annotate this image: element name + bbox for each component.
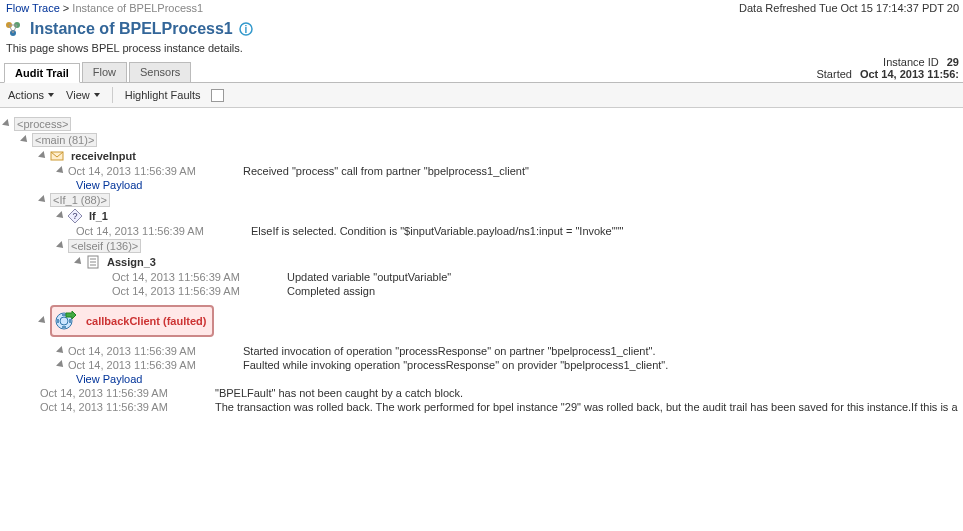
log-message: Completed assign — [287, 285, 375, 297]
toggle-icon[interactable] — [56, 360, 66, 370]
timestamp: Oct 14, 2013 11:56:39 AM — [76, 225, 251, 237]
node-elseif[interactable]: <elseif (136)> — [68, 239, 141, 253]
chevron-down-icon — [94, 93, 100, 97]
node-callback-client[interactable]: callbackClient (faulted) — [82, 315, 210, 327]
log-message: ElseIf is selected. Condition is "$input… — [251, 225, 623, 237]
svg-text:?: ? — [72, 211, 77, 221]
toggle-icon[interactable] — [38, 151, 48, 161]
actions-menu[interactable]: Actions — [8, 89, 54, 101]
tab-audit-trail[interactable]: Audit Trail — [4, 63, 80, 83]
started-label: Started — [816, 68, 851, 80]
node-if1[interactable]: If_1 — [86, 209, 111, 223]
toggle-icon[interactable] — [20, 135, 30, 145]
instance-id-label: Instance ID — [883, 56, 939, 68]
log-message: The transaction was rolled back. The wor… — [215, 401, 958, 413]
node-process[interactable]: <process> — [14, 117, 71, 131]
breadcrumb-current: Instance of BPELProcess1 — [72, 2, 203, 14]
timestamp: Oct 14, 2013 11:56:39 AM — [112, 285, 287, 297]
separator — [112, 87, 113, 103]
toggle-icon[interactable] — [56, 166, 66, 176]
faulted-container: callbackClient (faulted) — [50, 305, 214, 337]
meta-block: Instance ID29 StartedOct 14, 2013 11:56: — [816, 56, 959, 80]
highlight-faults-control[interactable]: Highlight Faults — [125, 89, 224, 102]
page-title: Instance of BPELProcess1 — [30, 20, 233, 38]
started-value: Oct 14, 2013 11:56: — [860, 68, 959, 80]
invoke-icon — [54, 309, 78, 333]
timestamp: Oct 14, 2013 11:56:39 AM — [68, 345, 243, 357]
timestamp: Oct 14, 2013 11:56:39 AM — [68, 359, 243, 371]
receive-icon — [50, 149, 64, 163]
toggle-icon[interactable] — [56, 346, 66, 356]
switch-icon: ? — [68, 209, 82, 223]
toggle-icon[interactable] — [56, 241, 66, 251]
toggle-icon[interactable] — [56, 211, 66, 221]
node-assign3[interactable]: Assign_3 — [104, 255, 159, 269]
toggle-icon[interactable] — [2, 119, 12, 129]
toggle-icon[interactable] — [38, 195, 48, 205]
svg-text:i: i — [244, 24, 247, 35]
instance-id-value: 29 — [947, 56, 959, 68]
info-icon[interactable]: i — [239, 22, 253, 36]
view-payload-link[interactable]: View Payload — [76, 373, 142, 385]
breadcrumb-separator: > — [63, 2, 72, 14]
node-receive-input[interactable]: receiveInput — [68, 149, 139, 163]
breadcrumb-root-link[interactable]: Flow Trace — [6, 2, 60, 14]
data-refreshed-label: Data Refreshed Tue Oct 15 17:14:37 PDT 2… — [739, 2, 959, 14]
view-menu[interactable]: View — [66, 89, 100, 101]
log-message: "BPELFault" has not been caught by a cat… — [215, 387, 463, 399]
log-message: Faulted while invoking operation "proces… — [243, 359, 668, 371]
timestamp: Oct 14, 2013 11:56:39 AM — [40, 387, 215, 399]
chevron-down-icon — [48, 93, 54, 97]
tab-sensors[interactable]: Sensors — [129, 62, 191, 82]
toolbar: Actions View Highlight Faults — [0, 83, 963, 108]
node-if1-box[interactable]: <If_1 (88)> — [50, 193, 110, 207]
timestamp: Oct 14, 2013 11:56:39 AM — [68, 165, 243, 177]
log-message: Updated variable "outputVariable" — [287, 271, 451, 283]
timestamp: Oct 14, 2013 11:56:39 AM — [112, 271, 287, 283]
toggle-icon[interactable] — [74, 257, 84, 267]
process-icon — [6, 22, 20, 36]
timestamp: Oct 14, 2013 11:56:39 AM — [40, 401, 215, 413]
log-message: Received "process" call from partner "bp… — [243, 165, 529, 177]
log-message: Started invocation of operation "process… — [243, 345, 655, 357]
audit-tree: <process> <main (81)> receiveInput Oct 1… — [0, 108, 963, 422]
assign-icon — [86, 255, 100, 269]
highlight-faults-checkbox[interactable] — [211, 89, 224, 102]
tab-flow[interactable]: Flow — [82, 62, 127, 82]
node-main[interactable]: <main (81)> — [32, 133, 97, 147]
toggle-icon[interactable] — [38, 316, 48, 326]
view-payload-link[interactable]: View Payload — [76, 179, 142, 191]
